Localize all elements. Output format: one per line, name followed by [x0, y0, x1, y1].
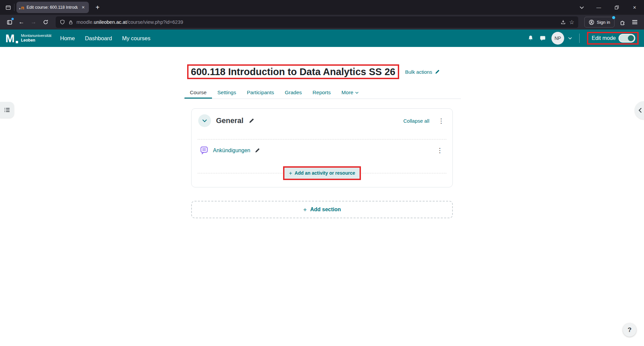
- tab-more[interactable]: More: [336, 86, 364, 99]
- window-minimize-button[interactable]: —: [592, 2, 605, 13]
- bulk-actions-link[interactable]: Bulk actions: [405, 69, 440, 75]
- tab-more-label: More: [341, 90, 353, 96]
- course-title: 600.118 Introduction to Data Analytics S…: [191, 66, 395, 78]
- list-all-tabs-icon[interactable]: [576, 2, 587, 13]
- header-divider: [579, 34, 580, 43]
- logo-line1: Montanuniversität: [21, 34, 52, 38]
- back-button[interactable]: ←: [16, 17, 27, 27]
- edit-mode-label: Edit mode: [592, 35, 616, 41]
- activity-menu-kebab-icon[interactable]: ⋮: [435, 147, 444, 154]
- bulk-actions-label: Bulk actions: [405, 69, 432, 75]
- toggle-knob: [628, 35, 634, 41]
- collapse-all-link[interactable]: Collapse all: [403, 118, 429, 124]
- chevron-down-icon: [355, 92, 359, 94]
- tab-settings[interactable]: Settings: [212, 86, 241, 99]
- logo-line2: Leoben: [21, 38, 52, 43]
- annotation-box-course-title: 600.118 Introduction to Data Analytics S…: [187, 64, 399, 79]
- help-button[interactable]: ?: [623, 323, 636, 337]
- tab-title: Edit course: 600.118 Introductio: [26, 5, 78, 10]
- question-mark-icon: ?: [628, 326, 632, 334]
- sign-in-button[interactable]: Sign in: [584, 17, 614, 27]
- moodle-header: M Montanuniversität Leoben Home Dashboar…: [0, 30, 644, 47]
- address-bar[interactable]: moodle.unileoben.ac.at/course/view.php?i…: [56, 16, 578, 28]
- open-block-drawer-button[interactable]: [635, 101, 644, 119]
- montanuni-logo[interactable]: M Montanuniversität Leoben: [5, 33, 51, 44]
- logo-text: Montanuniversität Leoben: [21, 34, 52, 43]
- extensions-puzzle-icon[interactable]: [617, 17, 628, 27]
- page-content: 600.118 Introduction to Data Analytics S…: [0, 47, 644, 346]
- edit-mode-toggle[interactable]: [619, 35, 635, 42]
- course-index-list-icon: [4, 107, 10, 113]
- avatar-initials: NP: [554, 36, 561, 41]
- tab-participants[interactable]: Participants: [241, 86, 279, 99]
- section-menu-kebab-icon[interactable]: ⋮: [437, 118, 446, 124]
- section-title: General: [216, 116, 244, 125]
- activity-link-announcements[interactable]: Ankündigungen: [213, 148, 250, 154]
- add-activity-label: Add an activity or resource: [294, 170, 355, 176]
- url-text: moodle.unileoben.ac.at/course/view.php?i…: [76, 19, 183, 25]
- forum-icon: [200, 146, 209, 155]
- browser-tab-active[interactable]: n Edit course: 600.118 Introductio ✕: [16, 2, 89, 13]
- add-section-label: Add section: [310, 207, 341, 213]
- sidebar-icon[interactable]: [3, 2, 13, 13]
- annotation-box-add-activity: + Add an activity or resource: [283, 166, 361, 180]
- user-avatar[interactable]: NP: [551, 32, 564, 45]
- tab-reports[interactable]: Reports: [307, 86, 336, 99]
- notifications-bell-icon[interactable]: [527, 35, 534, 42]
- plus-icon: +: [303, 207, 307, 213]
- sign-in-notification-dot: [612, 16, 615, 19]
- annotation-box-edit-mode: Edit mode: [587, 32, 639, 45]
- reload-button[interactable]: [40, 17, 51, 27]
- sign-in-label: Sign in: [597, 20, 610, 25]
- nav-item-home[interactable]: Home: [60, 35, 75, 42]
- browser-toolbar: ← → moodle.unileoben.ac.at/course/view.p…: [0, 15, 644, 30]
- save-page-icon[interactable]: [560, 19, 566, 25]
- chevron-down-icon: [202, 119, 207, 122]
- lock-icon[interactable]: [68, 20, 73, 25]
- window-restore-button[interactable]: [610, 2, 623, 13]
- course-nav-tabs: Course Settings Participants Grades Repo…: [183, 86, 461, 99]
- add-activity-zone: + Add an activity or resource: [192, 164, 452, 182]
- nav-item-my-courses[interactable]: My courses: [122, 35, 150, 42]
- nav-item-dashboard[interactable]: Dashboard: [85, 35, 112, 42]
- section-card-general: General Collapse all ⋮ Ankü: [191, 108, 453, 187]
- section-collapse-button[interactable]: [198, 114, 211, 127]
- edit-section-title-button[interactable]: [249, 118, 254, 124]
- messages-chat-icon[interactable]: [539, 35, 546, 42]
- forward-button[interactable]: →: [28, 17, 39, 27]
- user-menu-chevron-icon[interactable]: [568, 37, 572, 40]
- add-section-button[interactable]: + Add section: [191, 201, 453, 218]
- tracking-shield-icon[interactable]: [60, 19, 65, 25]
- activity-row: Ankündigungen ⋮: [192, 139, 452, 159]
- pencil-icon: [249, 118, 254, 124]
- tab-course[interactable]: Course: [184, 86, 212, 99]
- url-path: /course/view.php?id=6239: [127, 19, 183, 25]
- tab-grades[interactable]: Grades: [279, 86, 307, 99]
- moodle-favicon-icon: n: [19, 5, 24, 10]
- url-domain: unileoben.ac.at: [94, 19, 127, 25]
- window-close-button[interactable]: ✕: [628, 2, 641, 13]
- chevron-left-icon: [638, 108, 642, 113]
- add-activity-button[interactable]: + Add an activity or resource: [284, 168, 359, 179]
- tabbar-divider: [14, 4, 14, 11]
- primary-nav: Home Dashboard My courses: [60, 35, 150, 42]
- plus-icon: +: [289, 170, 292, 176]
- firefox-view-icon[interactable]: [4, 17, 15, 27]
- pencil-icon: [255, 148, 260, 153]
- tab-close-icon[interactable]: ✕: [80, 4, 86, 10]
- edit-activity-name-button[interactable]: [255, 148, 260, 153]
- bookmark-star-icon[interactable]: ☆: [569, 19, 574, 26]
- new-tab-button[interactable]: +: [93, 4, 102, 11]
- open-course-index-button[interactable]: [0, 102, 14, 118]
- browser-tab-bar: n Edit course: 600.118 Introductio ✕ + —…: [0, 0, 644, 15]
- account-icon: [589, 19, 594, 25]
- notification-dot: [11, 18, 14, 20]
- url-prefix: moodle.: [76, 19, 94, 25]
- logo-mark: M: [5, 33, 18, 44]
- pencil-icon: [435, 69, 440, 74]
- menu-hamburger-icon[interactable]: [629, 17, 640, 27]
